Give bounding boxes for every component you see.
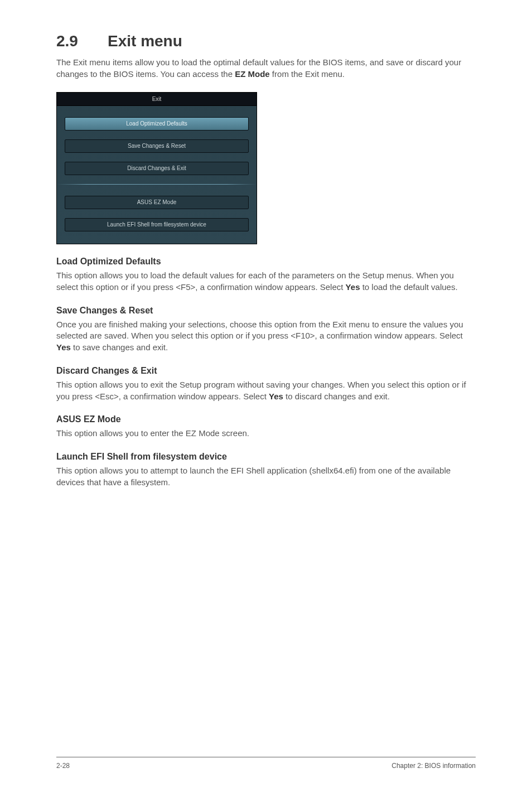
page-footer: 2-28 Chapter 2: BIOS information: [56, 757, 476, 770]
text-bold: Yes: [56, 342, 71, 352]
subheading-launch-efi-shell: Launch EFI Shell from filesystem device: [56, 452, 476, 462]
subheading-save-changes-reset: Save Changes & Reset: [56, 306, 476, 316]
section-number: 2.9: [56, 32, 108, 50]
footer-chapter: Chapter 2: BIOS information: [391, 762, 476, 770]
subheading-load-optimized-defaults: Load Optimized Defaults: [56, 257, 476, 267]
bios-divider: [57, 184, 257, 185]
text: Once you are finished making your select…: [56, 320, 463, 341]
intro-post: from the Exit menu.: [270, 69, 345, 79]
subheading-discard-changes-exit: Discard Changes & Exit: [56, 366, 476, 376]
text-bold: Yes: [269, 392, 283, 401]
text: This option allows you to exit the Setup…: [56, 380, 466, 401]
paragraph-asus-ez-mode: This option allows you to enter the EZ M…: [56, 428, 476, 439]
bios-titlebar: Exit: [57, 93, 257, 106]
intro-paragraph: The Exit menu items allow you to load th…: [56, 57, 476, 80]
text: to load the default values.: [360, 282, 457, 292]
bios-btn-launch-efi-shell[interactable]: Launch EFI Shell from filesystem device: [65, 218, 249, 231]
bios-btn-discard-changes-exit[interactable]: Discard Changes & Exit: [65, 162, 249, 175]
paragraph-save-changes-reset: Once you are finished making your select…: [56, 319, 476, 354]
text-bold: Yes: [346, 282, 360, 292]
bios-btn-load-optimized-defaults[interactable]: Load Optimized Defaults: [65, 117, 249, 131]
intro-bold: EZ Mode: [235, 69, 270, 79]
paragraph-load-optimized-defaults: This option allows you to load the defau…: [56, 270, 476, 293]
bios-btn-save-changes-reset[interactable]: Save Changes & Reset: [65, 139, 249, 153]
paragraph-discard-changes-exit: This option allows you to exit the Setup…: [56, 379, 476, 402]
bios-body: Load Optimized Defaults Save Changes & R…: [57, 106, 257, 236]
bios-exit-panel: Exit Load Optimized Defaults Save Change…: [56, 92, 257, 244]
footer-page-number: 2-28: [56, 762, 70, 770]
paragraph-launch-efi-shell: This option allows you to attempt to lau…: [56, 465, 476, 488]
section-heading: 2.9Exit menu: [56, 32, 476, 50]
bios-btn-asus-ez-mode[interactable]: ASUS EZ Mode: [65, 196, 249, 209]
section-title: Exit menu: [108, 32, 182, 50]
text: to discard changes and exit.: [283, 392, 390, 401]
subheading-asus-ez-mode: ASUS EZ Mode: [56, 414, 476, 424]
text: to save changes and exit.: [71, 342, 168, 352]
